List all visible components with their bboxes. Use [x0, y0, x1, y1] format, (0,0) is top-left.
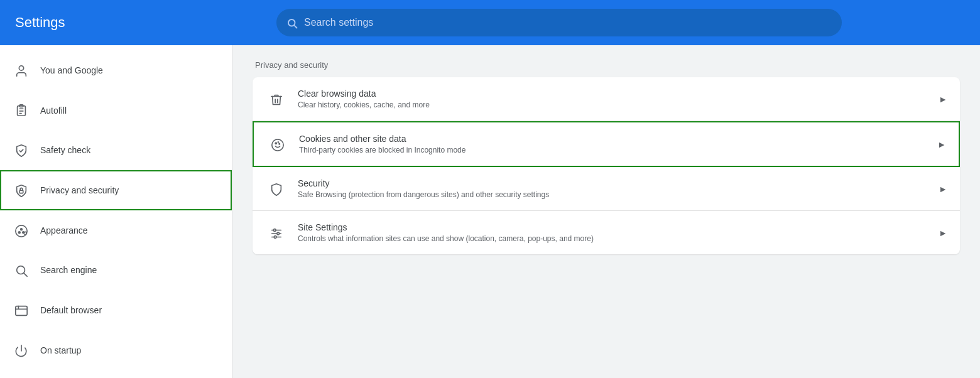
section-title: Privacy and security [253, 60, 960, 70]
card-item-site-settings[interactable]: Site Settings Controls what information … [253, 211, 960, 254]
sidebar-item-default-browser[interactable]: Default browser [0, 290, 232, 330]
sidebar-item-appearance[interactable]: Appearance [0, 210, 232, 251]
sidebar-item-safety-check[interactable]: Safety check [0, 130, 232, 170]
card-item-title-clear-browsing-data: Clear browsing data [298, 89, 928, 99]
card-item-title-cookies-and-site-data: Cookies and other site data [299, 134, 927, 144]
sidebar-item-label: Safety check [40, 145, 90, 155]
sidebar-item-label: Privacy and security [40, 185, 119, 195]
search-bar[interactable] [276, 9, 842, 36]
chevron-right-icon: ► [939, 184, 947, 194]
card-item-text-security: Security Safe Browsing (protection from … [288, 178, 939, 199]
trash-icon [265, 91, 288, 107]
shield-check-icon [14, 143, 29, 158]
sidebar-item-you-and-google[interactable]: You and Google [0, 50, 232, 90]
svg-point-10 [18, 232, 20, 234]
sidebar-item-search-engine[interactable]: Search engine [0, 251, 232, 291]
card-item-title-security: Security [298, 178, 928, 188]
svg-point-20 [275, 143, 276, 144]
svg-point-12 [21, 228, 23, 230]
card-item-subtitle-site-settings: Controls what information sites can use … [298, 234, 928, 243]
clipboard-icon [14, 103, 29, 118]
chevron-right-icon: ► [939, 228, 947, 238]
card-item-subtitle-security: Safe Browsing (protection from dangerous… [298, 190, 928, 199]
sidebar-item-label: Default browser [40, 305, 102, 315]
sidebar-item-label: Autofill [40, 105, 67, 116]
card-item-text-clear-browsing-data: Clear browsing data Clear history, cooki… [288, 89, 939, 109]
cookie-icon [266, 136, 289, 153]
content-area: Privacy and security Clear browsing data… [232, 45, 980, 378]
svg-point-27 [277, 232, 280, 235]
header: Settings [0, 0, 980, 45]
sliders-icon [265, 225, 288, 241]
sidebar-item-label: Appearance [40, 225, 88, 235]
card-item-clear-browsing-data[interactable]: Clear browsing data Clear history, cooki… [253, 77, 960, 121]
card-item-text-site-settings: Site Settings Controls what information … [288, 222, 939, 243]
card-item-subtitle-cookies-and-site-data: Third-party cookies are blocked in Incog… [299, 146, 927, 154]
search-input[interactable] [304, 17, 832, 28]
svg-point-11 [23, 232, 24, 234]
card-item-title-site-settings: Site Settings [298, 222, 928, 232]
chevron-right-icon: ► [937, 139, 946, 149]
svg-point-19 [272, 139, 283, 151]
sidebar-item-label: On startup [40, 345, 81, 355]
sidebar-item-label: Search engine [40, 265, 97, 275]
svg-point-22 [278, 142, 278, 143]
search-icon [14, 263, 29, 278]
svg-line-14 [24, 273, 27, 276]
main-layout: You and Google Autofill Safety check Pri… [0, 45, 980, 378]
svg-point-26 [273, 229, 276, 231]
svg-point-2 [19, 65, 23, 70]
svg-rect-15 [16, 306, 27, 316]
shield-icon [265, 181, 288, 197]
card-item-subtitle-clear-browsing-data: Clear history, cookies, cache, and more [298, 100, 928, 109]
sidebar-item-label: You and Google [40, 65, 103, 75]
power-icon [14, 343, 29, 358]
card-item-cookies-and-site-data[interactable]: Cookies and other site data Third-party … [253, 121, 960, 167]
app-title: Settings [15, 14, 141, 31]
card-item-security[interactable]: Security Safe Browsing (protection from … [253, 167, 960, 211]
card-item-text-cookies-and-site-data: Cookies and other site data Third-party … [289, 134, 937, 154]
svg-point-21 [279, 143, 280, 144]
search-icon [286, 16, 298, 30]
palette-icon [14, 223, 29, 238]
shield-lock-icon [14, 183, 29, 198]
sidebar: You and Google Autofill Safety check Pri… [0, 45, 232, 378]
person-icon [14, 63, 29, 78]
chevron-right-icon: ► [939, 94, 947, 104]
privacy-security-card: Clear browsing data Clear history, cooki… [253, 77, 960, 254]
browser-icon [14, 303, 29, 318]
sidebar-item-on-startup[interactable]: On startup [0, 330, 232, 370]
svg-point-28 [274, 235, 276, 238]
sidebar-item-privacy-and-security[interactable]: Privacy and security [0, 170, 232, 210]
svg-line-1 [294, 25, 297, 28]
sidebar-item-autofill[interactable]: Autofill [0, 90, 232, 131]
